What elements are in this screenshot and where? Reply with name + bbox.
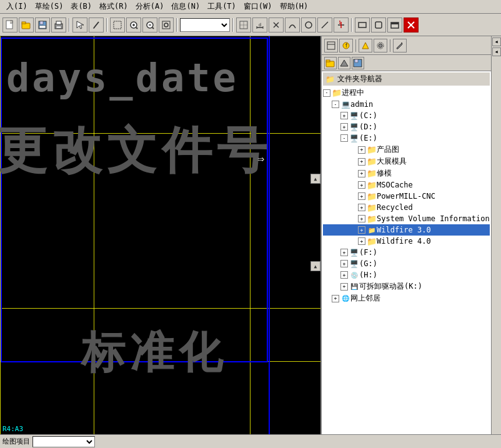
scroll-down-right[interactable]: ▲ [310, 261, 320, 271]
rt-btn-wrench[interactable] [393, 39, 407, 52]
tree-item-f[interactable]: + 🖥️ (F:) [323, 247, 490, 258]
zoom-out-btn[interactable] [142, 17, 157, 32]
expand-msocache[interactable]: + [358, 181, 365, 189]
expand-h[interactable]: + [340, 271, 348, 279]
tree-label-g: (G:) [359, 259, 377, 268]
close-main-btn[interactable] [404, 17, 419, 32]
trim-btn[interactable] [334, 17, 349, 32]
circle-btn[interactable] [301, 17, 316, 32]
expand-admin[interactable]: - [332, 101, 339, 108]
tree-label-wildfire4: Wildfire 4.0 [377, 237, 431, 246]
tree-item-mold[interactable]: + 📁 大展模具 [323, 156, 490, 167]
tree-item-repair[interactable]: + 📁 修模 [323, 167, 490, 179]
drive-icon-d: 🖥️ [349, 122, 359, 132]
expand-mold[interactable]: + [358, 158, 365, 166]
tree-item-product[interactable]: + 📁 产品图 [323, 144, 490, 156]
tree-item-h[interactable]: + 💿 (H:) [323, 269, 490, 281]
tree-item-sysinfo[interactable]: + 📁 System Volume Information [323, 213, 490, 224]
cursor-btn[interactable] [72, 17, 87, 32]
menu-item-window[interactable]: 窗口(W) [240, 0, 276, 13]
rs-up-btn[interactable] [338, 57, 350, 69]
menu-item-analysis[interactable]: 分析(A) [132, 0, 168, 13]
expand-k[interactable]: + [340, 283, 348, 291]
tree-item-recycled[interactable]: + 📁 Recycled [323, 202, 490, 213]
menu-item-sketch[interactable]: 草绘(S) [31, 0, 67, 13]
menu-item-table[interactable]: 表(B) [67, 0, 96, 13]
rt-sep1 [355, 39, 356, 52]
folder-icon-wildfire3: 📁 [367, 225, 377, 235]
expand-process[interactable]: - [323, 89, 330, 97]
expand-f[interactable]: + [340, 249, 348, 256]
tree-label-powermill: PowerMILL-CNC [377, 192, 435, 201]
tree-item-c[interactable]: + 🖥️ (C:) [323, 110, 490, 121]
zoom-window-btn[interactable] [159, 17, 174, 32]
status-combo[interactable] [32, 436, 95, 447]
tree-item-powermill[interactable]: + 📁 PowerMILL-CNC [323, 191, 490, 202]
tree-item-process[interactable]: - 📁 进程中 [323, 87, 490, 99]
folder-icon-product: 📁 [367, 145, 377, 155]
rt-btn-2[interactable]: f [339, 39, 353, 52]
expand-d[interactable]: + [340, 123, 348, 131]
tree-item-k[interactable]: + 💾 可拆卸驱动器(K:) [323, 281, 490, 292]
menu-item-info[interactable]: 信息(N) [167, 0, 204, 13]
expand-repair[interactable]: + [358, 170, 365, 177]
rt-btn-3[interactable] [359, 39, 372, 52]
maximize-btn[interactable] [387, 17, 402, 32]
tree-header: 📁 文件夹导航器 [323, 72, 490, 86]
shape-btn[interactable] [371, 17, 386, 32]
menu-item-help[interactable]: 帮助(H) [276, 0, 312, 13]
svg-rect-7 [56, 21, 61, 24]
dim-btn[interactable]: d [252, 17, 267, 32]
expand-g[interactable]: + [340, 260, 348, 267]
rs-save-btn[interactable] [352, 57, 364, 69]
rt-btn-1[interactable] [324, 39, 338, 52]
open-btn[interactable] [19, 17, 34, 32]
far-right-btn-1[interactable]: ◀ [492, 37, 501, 46]
save-btn[interactable] [35, 17, 50, 32]
rect-btn[interactable] [355, 17, 370, 32]
menu-item-tools[interactable]: 工具(T) [204, 0, 240, 13]
drawing-text-change: 更改文件号 [0, 117, 272, 185]
expand-recycled[interactable]: + [358, 204, 365, 211]
constraint-btn[interactable] [269, 17, 284, 32]
folder-icon-mold: 📁 [367, 157, 377, 167]
menu-item-undo[interactable]: 入(I) [2, 0, 31, 13]
line-btn[interactable] [317, 17, 332, 32]
tree-item-wildfire3[interactable]: + 📁 Wildfire 3.0 [323, 224, 490, 236]
tree-item-e[interactable]: - 🖥️ (E:) [323, 132, 490, 144]
expand-wildfire3[interactable]: + [358, 226, 365, 234]
tree-item-network[interactable]: + 🌐 网上邻居 [323, 292, 490, 304]
tree-item-wildfire4[interactable]: + 📁 Wildfire 4.0 [323, 236, 490, 247]
tree-item-admin[interactable]: - 💻 admin [323, 99, 490, 110]
network-icon: 🌐 [340, 294, 350, 304]
expand-sysinfo[interactable]: + [358, 215, 365, 222]
far-right-btn-2[interactable]: ◀ [492, 47, 501, 56]
select-box-btn[interactable] [110, 17, 125, 32]
zoom-in-btn[interactable] [126, 17, 141, 32]
expand-e[interactable]: - [340, 134, 348, 142]
main-area: days_date 更改文件号 标准化 ⇒ ▲ ▲ R4:A3 f [0, 36, 501, 434]
rs-folder-btn[interactable] [324, 57, 337, 69]
svg-rect-42 [327, 42, 335, 49]
expand-powermill[interactable]: + [358, 192, 365, 200]
arc-btn[interactable] [285, 17, 300, 32]
expand-wildfire4[interactable]: + [358, 237, 365, 245]
menu-item-format[interactable]: 格式(R) [96, 0, 132, 13]
new-btn[interactable] [2, 17, 17, 32]
rt-btn-gear[interactable] [374, 39, 387, 52]
tree-item-d[interactable]: + 🖥️ (D:) [323, 121, 490, 132]
print-btn[interactable] [51, 17, 66, 32]
scroll-up-right[interactable]: ▲ [310, 174, 320, 184]
pencil-btn[interactable] [89, 17, 104, 32]
expand-c[interactable]: + [340, 112, 348, 119]
tree-label-process: 进程中 [342, 87, 364, 98]
drawing-area[interactable]: days_date 更改文件号 标准化 ⇒ ▲ ▲ R4:A3 [0, 36, 322, 434]
expand-network[interactable]: + [332, 295, 339, 302]
toolbar-combo[interactable] [180, 18, 230, 32]
svg-line-10 [94, 22, 99, 28]
tree-item-g[interactable]: + 🖥️ (G:) [323, 258, 490, 269]
tree-item-msocache[interactable]: + 📁 MSOCache [323, 179, 490, 191]
snap-btn[interactable] [236, 17, 251, 32]
expand-product[interactable]: + [358, 146, 365, 154]
tree-panel[interactable]: 📁 文件夹导航器 - 📁 进程中 - 💻 admin + 🖥️ (C:) [322, 71, 491, 434]
